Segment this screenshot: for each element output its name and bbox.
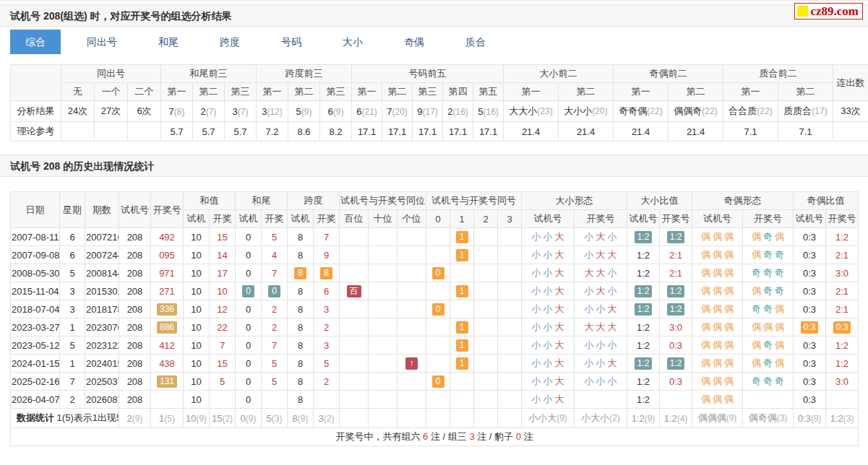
cell-parity-ratio-draw: 3:0	[826, 264, 859, 282]
cell-same-pos-units	[398, 373, 426, 391]
cell-same-pos-units	[398, 264, 426, 282]
tab-1[interactable]: 综合	[10, 30, 61, 54]
cell-size-ratio-test: 1:2	[627, 355, 660, 373]
cell-same-pos-units	[398, 336, 426, 355]
stat-cell-span-test: 8(9)	[288, 409, 314, 428]
cell-none	[61, 122, 95, 142]
cell-same-count-2	[474, 264, 498, 282]
cell-size-pattern-draw: 小小大	[575, 300, 627, 318]
cell-size-ratio-draw: 0:3	[660, 336, 692, 355]
cell-date: 2007-08-11	[11, 228, 60, 246]
cell-size-pattern-test: 小小大	[522, 264, 575, 282]
cell-weekday: 5	[60, 264, 85, 282]
tab-7[interactable]: 奇偶	[389, 30, 439, 54]
cell-size-1: 大大小(23)	[504, 101, 559, 122]
cell-same-pos-tens	[369, 391, 398, 409]
cell-span-draw: 2	[314, 373, 340, 391]
cell-tail-test: 0	[236, 246, 262, 264]
cell-size-pattern-test: 小小大	[522, 282, 575, 300]
cell-same-count-0	[426, 391, 450, 409]
site-logo[interactable]: cz89.com	[794, 3, 863, 19]
col-header: 试机号	[522, 210, 575, 228]
tab-bar: 综合同出号和尾跨度号码大小奇偶质合	[10, 30, 868, 54]
col-header: 大小形态	[522, 192, 627, 210]
cell-size-ratio-draw: 1:2	[660, 300, 692, 318]
cell-num-5: 5(16)	[473, 101, 504, 122]
table-row: 2023-03-2712023076208886102202821小小大大大大1…	[11, 318, 859, 336]
stats-label-cell: 数据统计 1(5)表示1出现5次	[11, 409, 119, 428]
row-label: 分析结果	[11, 101, 61, 122]
cell-parity-ratio-test: 0:3	[794, 228, 826, 246]
cell-size-pattern-draw: 小大小	[575, 228, 627, 246]
cell-span-1: 3(12)	[257, 101, 288, 122]
cell-same-count-0	[426, 318, 450, 336]
cell-size-2: 大小小(20)	[559, 101, 614, 122]
stat-cell-tail-test: 0(9)	[236, 409, 262, 428]
cell-parity-pattern-test: 偶偶偶	[692, 228, 743, 246]
tab-3[interactable]: 和尾	[143, 30, 194, 54]
cell-weekday: 6	[60, 228, 85, 246]
cell-issue: 2026087	[85, 391, 119, 409]
tab-8[interactable]: 质合	[450, 30, 501, 54]
cell-span-test: 8	[288, 300, 314, 318]
cell-streak: 33次	[833, 101, 868, 122]
cell-size-pattern-draw	[575, 391, 627, 409]
cell-weekday: 1	[60, 355, 85, 373]
cell-size-pattern-test: 小小大	[522, 373, 575, 391]
cell-test-number: 208	[119, 264, 151, 282]
cell-parity-ratio-test: 0:3	[794, 355, 826, 373]
tab-5[interactable]: 号码	[266, 30, 317, 54]
cell-parity-ratio-draw: 2:1	[826, 300, 859, 318]
cell-same-pos-hundreds	[340, 318, 369, 336]
cell-test-number: 208	[119, 300, 151, 318]
cell-sum-test: 10	[184, 246, 210, 264]
cell-parity-pattern-draw: 偶奇偶	[743, 228, 794, 246]
cell-same-pos-units	[398, 282, 426, 300]
cell-same-count-3	[498, 355, 522, 373]
cell-span-3: 8.2	[320, 122, 352, 142]
col-header: 第五	[473, 83, 504, 101]
tab-2[interactable]: 同出号	[72, 30, 132, 54]
stat-cell-parity-pattern-test: 偶偶偶(9)	[692, 409, 743, 428]
cell-same-pos-hundreds	[340, 300, 369, 318]
col-header: 和值	[184, 192, 236, 210]
cell-same-count-3	[498, 282, 522, 300]
cell-issue: 2023076	[85, 318, 119, 336]
cell-tail-draw: 5	[262, 373, 288, 391]
cell-same-count-1	[450, 300, 474, 318]
cell-parity-1: 奇奇偶(22)	[614, 101, 669, 122]
cell-same-count-0	[426, 336, 450, 355]
col-header: 无	[61, 83, 95, 101]
cell-parity-ratio-draw: 0:3	[826, 318, 859, 336]
cell-span-test: 8	[288, 391, 314, 409]
cell-sum-test: 10	[184, 228, 210, 246]
stat-cell-size-ratio-draw: 1:2(4)	[660, 409, 692, 428]
cell-date: 2015-11-04	[11, 282, 60, 300]
cell-parity-pattern-draw: 偶奇奇	[743, 246, 794, 264]
col-header: 第三	[413, 83, 443, 101]
col-header: 奇偶前二	[614, 65, 723, 83]
col-header: 第二	[669, 83, 723, 101]
cell-span-2: 5(9)	[288, 101, 320, 122]
cell-draw-number: 438	[151, 355, 184, 373]
cell-size-ratio-test: 1:2	[627, 318, 660, 336]
col-header: 试机号	[119, 192, 151, 228]
cell-num-1: 6(21)	[352, 101, 382, 122]
col-header: 第二	[778, 83, 833, 101]
col-header: 试机	[236, 210, 262, 228]
row-label: 理论参考	[11, 122, 61, 142]
col-header: 第一	[352, 83, 382, 101]
table-row: 2008-05-3052008144208971101707880小小大大大小1…	[11, 264, 859, 282]
tab-4[interactable]: 跨度	[205, 30, 255, 54]
cell-sum-draw: 14	[210, 246, 236, 264]
stat-cell-size-pattern-test: 小小大(9)	[522, 409, 575, 428]
cell-prime-2: 质质合(17)	[778, 101, 833, 122]
cell-parity-pattern-test: 偶偶偶	[692, 373, 743, 391]
tab-6[interactable]: 大小	[327, 30, 378, 54]
cell-span-2: 8.6	[288, 122, 320, 142]
stat-cell-parity-pattern-draw: 偶奇偶(3)	[743, 409, 794, 428]
col-header: 开奖号	[826, 210, 859, 228]
cell-same-count-2	[474, 318, 498, 336]
col-header: 开奖号	[151, 192, 184, 228]
cell-size-ratio-test: 1:2	[627, 391, 660, 409]
